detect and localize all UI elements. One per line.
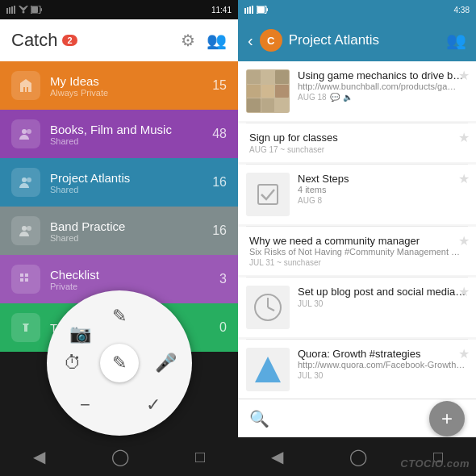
- left-sb-icons: [6, 6, 42, 14]
- svg-rect-7: [31, 6, 38, 13]
- profile-icon[interactable]: 👥: [207, 31, 227, 50]
- note-meta-4: JUL 31 ~ sunchaser: [249, 258, 465, 267]
- fab-clock-icon[interactable]: ⏱: [56, 347, 89, 379]
- note-meta-6: JUL 30: [298, 371, 468, 380]
- svg-line-28: [268, 307, 274, 311]
- svg-rect-0: [6, 8, 8, 14]
- right-home-button[interactable]: ◯: [349, 447, 367, 466]
- svg-point-10: [22, 177, 27, 182]
- band-practice-sub: Shared: [50, 233, 212, 243]
- back-button[interactable]: ◀: [33, 447, 45, 466]
- svg-rect-20: [249, 6, 251, 14]
- star-icon-1[interactable]: ★: [458, 68, 470, 83]
- right-header-left: ‹ C Project Atlantis: [248, 29, 379, 52]
- notes-list: Using game mechanics to drive beh… http:…: [238, 61, 476, 399]
- svg-point-9: [27, 129, 31, 134]
- notebook-my-ideas[interactable]: My Ideas Always Private 15: [0, 61, 238, 110]
- project-atlantis-count: 16: [212, 175, 227, 190]
- search-button[interactable]: 🔍: [249, 409, 269, 428]
- svg-rect-24: [257, 6, 265, 13]
- note-meta-1: AUG 18 💬 🔈: [298, 93, 468, 102]
- project-atlantis-sub: Shared: [50, 185, 212, 194]
- right-bottom-bar: 🔍 +: [238, 399, 476, 437]
- svg-point-4: [23, 11, 25, 14]
- books-count: 48: [212, 127, 227, 141]
- header-actions: ⚙ 👥: [181, 31, 227, 50]
- note-item-2[interactable]: Sign up for classes AUG 17 ~ sunchaser ★: [238, 123, 476, 162]
- fab-edit-icon[interactable]: ✎: [103, 300, 136, 332]
- star-icon-2[interactable]: ★: [458, 130, 470, 145]
- star-icon-3[interactable]: ★: [458, 171, 470, 186]
- project-title: Project Atlantis: [289, 32, 379, 48]
- star-icon-6[interactable]: ★: [458, 346, 470, 361]
- right-back-arrow[interactable]: ‹: [248, 31, 253, 50]
- note-item-6[interactable]: Quora: Growth #strategies http://www.quo…: [238, 340, 476, 399]
- right-sb-left: [244, 6, 268, 14]
- right-back-button[interactable]: ◀: [271, 447, 283, 466]
- note-content-3: Next Steps 4 items AUG 8: [298, 173, 468, 216]
- note-item-1[interactable]: Using game mechanics to drive beh… http:…: [238, 61, 476, 121]
- books-name: Books, Film and Music: [50, 123, 212, 136]
- svg-point-8: [22, 129, 27, 134]
- my-ideas-count: 15: [212, 78, 227, 93]
- add-note-button[interactable]: +: [429, 401, 465, 436]
- checklist-count: 3: [219, 272, 227, 286]
- note-content-6: Quora: Growth #strategies http://www.quo…: [298, 348, 468, 391]
- my-ideas-icon: [11, 71, 40, 100]
- notification-badge: 2: [62, 35, 77, 46]
- fab-wheel[interactable]: ✎ 🎤 ✓ − ⏱ 📷 ✎: [47, 290, 192, 436]
- right-header-icons: 👥: [446, 31, 466, 50]
- fab-camera-icon[interactable]: 📷: [65, 318, 97, 350]
- right-header: ‹ C Project Atlantis 👥: [238, 19, 476, 61]
- note-thumb-6: [246, 348, 290, 391]
- note-title-6: Quora: Growth #strategies: [298, 348, 468, 360]
- svg-rect-14: [20, 273, 23, 277]
- settings-icon[interactable]: ⚙: [181, 31, 195, 50]
- band-practice-name: Band Practice: [50, 219, 212, 233]
- project-atlantis-name: Project Atlantis: [50, 171, 212, 185]
- band-practice-text: Band Practice Shared: [50, 219, 212, 243]
- note-item-3[interactable]: Next Steps 4 items AUG 8 ★: [238, 165, 476, 224]
- left-header: Catch 2 ⚙ 👥: [0, 19, 238, 61]
- catch-logo: Catch 2: [11, 30, 77, 51]
- note-subtitle-1: http://www.bunchball.com/products/ga…: [298, 81, 468, 91]
- notebook-band-practice[interactable]: Band Practice Shared 16: [0, 207, 238, 255]
- fab-center-edit[interactable]: ✎: [100, 344, 139, 382]
- people-icon[interactable]: 👥: [446, 31, 466, 49]
- svg-rect-23: [267, 8, 269, 11]
- books-icon: [11, 119, 40, 148]
- svg-point-13: [27, 226, 31, 231]
- left-navbar: ◀ ◯ □: [0, 437, 238, 476]
- my-ideas-text: My Ideas Always Private: [50, 74, 212, 98]
- note-subtitle-3: 4 items: [298, 185, 468, 194]
- project-atlantis-icon: [11, 168, 40, 197]
- note-thumb-5: [246, 286, 290, 329]
- note-subtitle-4: Six Risks of Not Having #Community Manag…: [249, 247, 465, 257]
- project-atlantis-text: Project Atlantis Shared: [50, 171, 212, 194]
- fab-minus-icon[interactable]: −: [69, 389, 102, 421]
- home-button[interactable]: ◯: [111, 447, 129, 466]
- fab-mic-icon[interactable]: 🎤: [150, 347, 182, 379]
- svg-rect-6: [41, 8, 43, 11]
- fab-check-icon[interactable]: ✓: [137, 389, 169, 421]
- recents-button[interactable]: □: [195, 448, 205, 466]
- t-count: 0: [219, 320, 227, 335]
- notebook-project-atlantis[interactable]: Project Atlantis Shared 16: [0, 158, 238, 207]
- t-icon: [11, 313, 40, 342]
- svg-rect-17: [25, 278, 28, 282]
- books-text: Books, Film and Music Shared: [50, 123, 212, 146]
- note-item-5[interactable]: Set up blog post and social media p… JUL…: [238, 278, 476, 337]
- svg-rect-19: [247, 7, 248, 14]
- checklist-sub: Private: [50, 282, 219, 291]
- checklist-icon: [11, 265, 40, 294]
- svg-rect-15: [25, 273, 28, 277]
- notebook-books[interactable]: Books, Film and Music Shared 48: [0, 110, 238, 158]
- band-practice-icon: [11, 216, 40, 245]
- star-icon-5[interactable]: ★: [458, 284, 470, 299]
- star-icon-4[interactable]: ★: [458, 233, 470, 248]
- note-content-1: Using game mechanics to drive beh… http:…: [298, 69, 468, 113]
- right-panel: 4:38 ‹ C Project Atlantis 👥: [238, 0, 476, 476]
- note-item-4[interactable]: Why we need a community manager Six Risk…: [238, 227, 476, 275]
- comment-icon: 💬: [330, 93, 340, 102]
- note-title-2: Sign up for classes: [249, 132, 465, 144]
